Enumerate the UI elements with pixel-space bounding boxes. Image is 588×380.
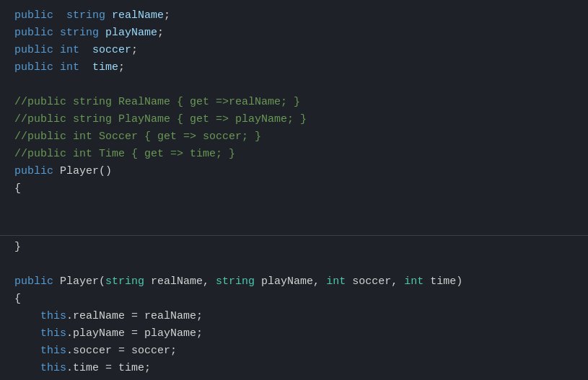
code-line-this-playname: this .playName = playName; xyxy=(0,325,588,343)
code-line-this-realname: this .realName = realName; xyxy=(0,308,588,325)
code-line-comment: //public int Time { get => time; } xyxy=(0,146,588,163)
code-line: public int soccer ; xyxy=(0,42,588,59)
code-line-empty xyxy=(0,256,588,273)
code-line: public string playName ; xyxy=(0,25,588,42)
code-line: public Player( string realName, string p… xyxy=(0,273,588,291)
code-line: { xyxy=(0,291,588,308)
code-line-this-time: this .time = time; xyxy=(0,360,588,377)
code-editor: public string realName ; public string p… xyxy=(0,0,588,380)
code-line-this-soccer: this .soccer = soccer; xyxy=(0,343,588,360)
code-line: public int time ; xyxy=(0,59,588,76)
code-line: { xyxy=(0,180,588,198)
code-line-comment: //public string PlayName { get => playNa… xyxy=(0,111,588,128)
code-line-comment: //public int Soccer { get => soccer; } xyxy=(0,128,588,146)
section-divider xyxy=(0,235,588,236)
code-line-empty xyxy=(0,76,588,94)
code-line: } xyxy=(0,377,588,380)
code-line: public string realName ; xyxy=(0,7,588,25)
code-line: public Player() xyxy=(0,163,588,180)
code-line: } xyxy=(0,239,588,256)
code-line-empty xyxy=(0,198,588,215)
code-line-empty xyxy=(0,215,588,232)
code-line-comment: //public string RealName { get =>realNam… xyxy=(0,94,588,111)
